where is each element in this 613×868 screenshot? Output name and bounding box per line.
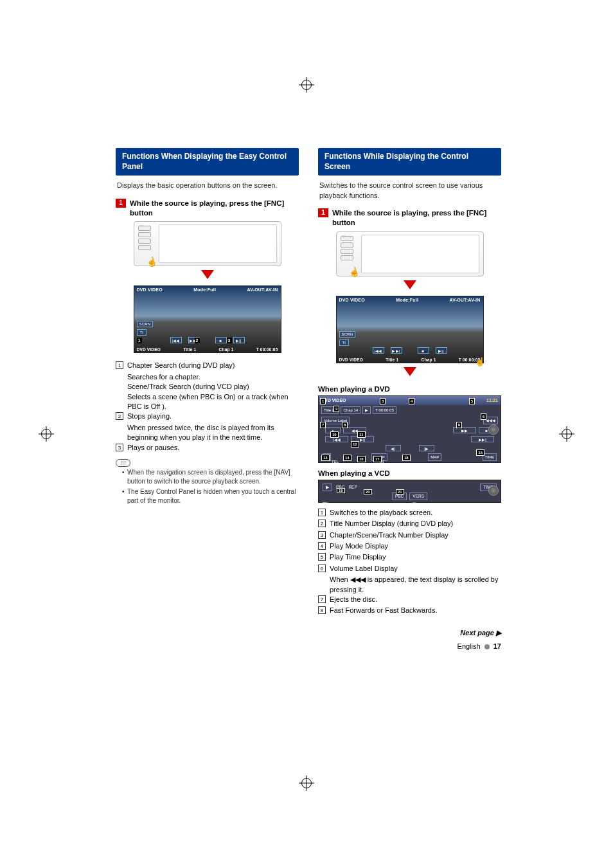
volume-knob[interactable] xyxy=(488,485,499,496)
label-mode: Mode:Full xyxy=(396,298,418,302)
callout-2: 2 xyxy=(333,406,339,412)
callout-1: 1 xyxy=(320,398,326,404)
registration-mark-right xyxy=(559,426,574,442)
play-chip: ▶ xyxy=(362,406,371,414)
scrn-button[interactable]: SCRN xyxy=(137,321,154,327)
map-button[interactable]: MAP xyxy=(428,453,441,461)
play-pause-button[interactable]: ▶|| xyxy=(233,337,245,343)
tel-label: TEL xyxy=(323,502,328,505)
hand-pointer-icon: ☝ xyxy=(347,266,360,278)
vers-button[interactable]: VERS xyxy=(409,493,427,500)
step-badge: 1 xyxy=(116,199,126,208)
registration-mark-left xyxy=(39,426,54,442)
callout-15: 15 xyxy=(476,449,484,456)
down-arrow-icon xyxy=(318,367,501,379)
next-track-button[interactable]: ▶▶| xyxy=(471,436,494,442)
next-page-link[interactable]: Next page ▶ xyxy=(318,629,501,637)
volume-knob[interactable] xyxy=(488,424,499,435)
device-diagram: ▽ ☝ xyxy=(134,221,281,266)
ti-button[interactable]: TI xyxy=(137,329,147,336)
callout-10: 10 xyxy=(330,431,339,438)
callout-17: 17 xyxy=(373,456,382,462)
label-dvd-video: DVD VIDEO xyxy=(339,298,365,302)
step-1: 1 While the source is playing, press the… xyxy=(116,199,299,218)
step-badge-right: 1 xyxy=(318,208,328,217)
rep-label: REP xyxy=(348,485,357,489)
intro-text-right: Switches to the source control screen to… xyxy=(319,181,500,201)
label-avout: AV-OUT:AV-IN xyxy=(247,287,278,292)
callout-8: 8 xyxy=(342,422,348,428)
play-pause-button[interactable]: ▶|| xyxy=(436,347,447,354)
stop-button[interactable]: ■ xyxy=(418,347,429,354)
intro-text: Displays the basic operation buttons on … xyxy=(117,181,298,190)
callout-6: 6 xyxy=(481,413,486,420)
device-screen xyxy=(361,235,479,273)
down-arrow-icon xyxy=(116,270,299,282)
footer-language: English xyxy=(458,642,481,650)
callout-4: 4 xyxy=(409,398,414,404)
callout-18: 18 xyxy=(402,455,411,461)
callout-20: 20 xyxy=(364,489,372,494)
section-heading-easy-panel: Functions When Displaying the Easy Contr… xyxy=(116,148,299,176)
prev-button[interactable]: |◀◀ xyxy=(170,337,182,343)
dvd-control-panel: DVD VIDEO 11:21 Title 25 Chap 14 ▶ T 00:… xyxy=(318,395,501,463)
footer-dot-icon xyxy=(484,644,490,649)
bottom-src: DVD VIDEO xyxy=(137,347,161,352)
play-indicator: ▶ xyxy=(323,484,332,491)
right-column: Functions While Displaying the Control S… xyxy=(318,148,501,650)
registration-mark-top xyxy=(299,77,314,93)
label-dvd-video: DVD VIDEO xyxy=(137,287,163,292)
callout-11: 11 xyxy=(357,431,366,438)
step-text: While the source is playing, press the [… xyxy=(130,199,299,218)
device-screen xyxy=(159,224,277,263)
clock: 11:21 xyxy=(486,398,498,402)
label-avout: AV-OUT:AV-IN xyxy=(449,298,480,302)
callout-16: 16 xyxy=(357,456,366,462)
callout-21: 21 xyxy=(396,489,404,494)
callout-19: 19 xyxy=(337,488,345,493)
callout-7: 7 xyxy=(320,422,326,428)
callout-1: 1 xyxy=(137,338,142,343)
device-diagram-right: ▽ ☝ xyxy=(336,231,484,276)
subheading-dvd: When playing a DVD xyxy=(318,385,501,393)
hand-pointer-icon: ☝ xyxy=(145,256,158,269)
callout-2: 2 xyxy=(195,338,200,343)
ti-button[interactable]: TI xyxy=(339,339,350,346)
page-footer: English 17 xyxy=(318,642,501,650)
step-text-right: While the source is playing, press the [… xyxy=(332,208,501,228)
prev-button[interactable]: |◀◀ xyxy=(373,347,384,354)
step-back-button[interactable]: ◀| xyxy=(386,445,401,451)
callout-13: 13 xyxy=(321,455,330,461)
playback-screenshot-left: DVD VIDEO Mode:Full AV-OUT:AV-IN SCRN TI… xyxy=(134,285,281,353)
in-label: IN xyxy=(332,502,497,505)
chap-chip: Chap 14 xyxy=(341,406,360,414)
registration-mark-bottom xyxy=(299,775,314,791)
note-icon: ⁝⁝⁝ xyxy=(116,459,130,467)
device-buttons-group xyxy=(138,226,151,250)
step-1-right: 1 While the source is playing, press the… xyxy=(318,208,501,228)
playback-screenshot-right: DVD VIDEO Mode:Full AV-OUT:AV-IN SCRN TI… xyxy=(336,296,484,363)
vcd-control-panel: ▶ PBC REP TIME PBC VERS TEL IN 19 20 21 xyxy=(318,480,501,503)
step-fwd-button[interactable]: |▶ xyxy=(419,445,434,451)
callout-3: 3 xyxy=(380,398,386,404)
page-content: Functions When Displaying the Easy Contr… xyxy=(116,148,501,650)
bottom-src: DVD VIDEO xyxy=(339,357,364,362)
tel-label: TEL xyxy=(332,460,339,464)
legend-left: 1Chapter Search (during DVD play) Search… xyxy=(116,361,299,453)
legend-right: 1Switches to the playback screen. 2Title… xyxy=(318,508,501,616)
left-column: Functions When Displaying the Easy Contr… xyxy=(116,148,299,650)
callout-12: 12 xyxy=(351,441,359,448)
page-number: 17 xyxy=(493,642,501,650)
hand-pointer-icon: ☝ xyxy=(475,357,485,366)
stop-button[interactable]: ■ xyxy=(215,337,227,343)
notes-list: When the navigation screen is displayed,… xyxy=(116,468,299,505)
device-buttons-group xyxy=(341,236,353,260)
note-2: The Easy Control Panel is hidden when yo… xyxy=(122,487,299,505)
scrn-button[interactable]: SCRN xyxy=(339,331,356,338)
time-chip: T 00:00:05 xyxy=(373,406,396,414)
next-button[interactable]: ▶▶| xyxy=(391,347,402,354)
section-heading-control-screen: Functions While Displaying the Control S… xyxy=(318,148,501,176)
label-mode: Mode:Full xyxy=(193,287,216,292)
callout-3: 3 xyxy=(227,338,232,343)
subheading-vcd: When playing a VCD xyxy=(318,469,501,477)
